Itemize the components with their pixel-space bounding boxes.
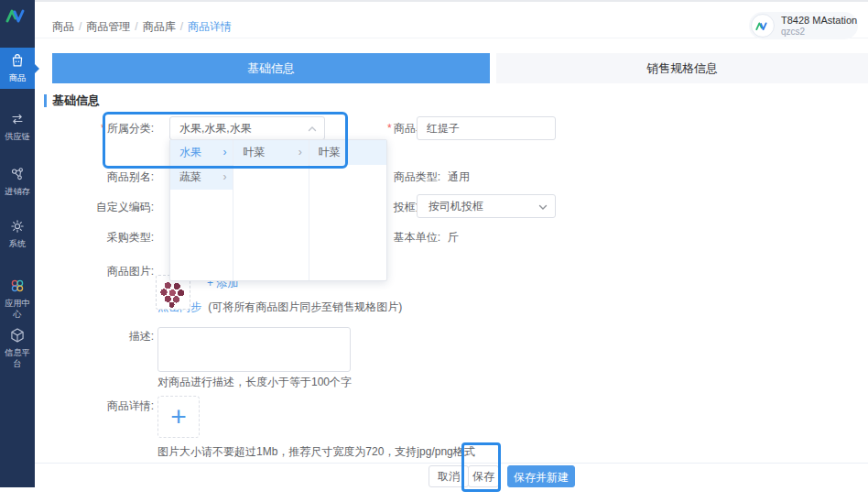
window-top-edge [0,0,868,2]
chevron-up-icon [308,125,317,134]
nodes-icon [8,165,27,183]
section-accent-bar [44,94,47,107]
tab-sales-spec-info[interactable]: 销售规格信息 [496,53,868,83]
required-mark: * [387,122,392,135]
breadcrumb-separator: / [180,20,183,33]
breadcrumb-item[interactable]: 商品 [52,20,74,33]
breadcrumb-current: 商品详情 [188,20,232,33]
box-method-value: 按司机投框 [418,195,555,217]
alias-label: 商品别名: [53,170,154,183]
category-cascader-dropdown: 水果› 蔬菜› 叶菜› 叶菜 [169,139,387,281]
sidebar-item-system[interactable]: 系统 [0,213,35,249]
box-method-select[interactable]: 按司机投框 [417,194,556,218]
product-type-value: 通用 [448,170,470,183]
app-grid-icon [8,277,27,295]
cancel-button[interactable]: 取消 [429,465,469,487]
tab-basic-info[interactable]: 基础信息 [52,53,490,83]
user-menu[interactable]: T8428 MAstation qzcs2 [749,12,858,39]
base-unit-value: 斤 [448,231,459,244]
header-divider [35,38,868,38]
detail-label: 商品详情: [53,399,154,412]
description-hint: 对商品进行描述，长度小于等于100个字 [157,375,352,390]
sidebar-item-label: 供应链 [2,131,34,142]
cube-icon [8,326,27,344]
sidebar-item-label: 信息平台 [2,347,34,369]
swap-arrows-icon [8,110,27,128]
sidebar-item-app-center[interactable]: 应用中心 [0,273,35,321]
category-input[interactable] [170,118,324,140]
custom-code-label: 自定义编码: [53,201,154,213]
product-detail-page: 商品 供应链 进销存 系统 [0,0,868,502]
brand-logo-icon [755,21,770,31]
user-name: T8428 MAstation [781,15,857,27]
footer-divider [35,463,868,464]
chevron-right-icon: › [298,140,302,165]
name-input[interactable] [418,118,555,140]
sidebar-item-label: 商品 [2,72,34,83]
category-field[interactable] [169,116,325,140]
gear-icon [8,217,27,235]
sidebar-item-supply-chain[interactable]: 供应链 [0,106,35,142]
purchase-type-label: 采购类型: [53,231,154,244]
sync-hint: (可将所有商品图片同步至销售规格图片) [208,300,402,313]
bag-icon [8,51,27,70]
breadcrumb-item[interactable]: 商品库 [143,20,176,33]
save-button[interactable]: 保存 [468,465,499,487]
cascader-column-2: 叶菜› [233,140,309,280]
plus-icon: + [170,403,187,431]
avatar [751,14,775,38]
required-mark: * [101,122,105,135]
sync-row: 点击同步 (可将所有商品图片同步至销售规格图片) [157,300,402,315]
breadcrumb-separator: / [135,20,137,33]
cascader-option-leafy[interactable]: 叶菜› [233,140,308,165]
cascader-option-vegetable[interactable]: 蔬菜› [170,165,233,190]
cascader-option-leafy-leaf[interactable]: 叶菜 [309,140,386,165]
cascader-option-fruit[interactable]: 水果› [170,140,233,165]
user-id: qzcs2 [781,27,857,38]
detail-upload-button[interactable]: + [157,396,200,438]
description-label: 描述: [53,330,154,343]
section-title: 基础信息 [52,93,100,109]
sidebar-item-products[interactable]: 商品 [0,48,35,89]
breadcrumb-separator: / [79,20,81,33]
name-field[interactable] [417,116,556,140]
chevron-right-icon: › [222,140,226,165]
chevron-right-icon: › [222,165,226,190]
sidebar-item-label: 进销存 [2,186,34,197]
save-and-new-button[interactable]: 保存并新建 [507,465,575,487]
sidebar-item-inventory[interactable]: 进销存 [0,161,35,197]
sidebar: 商品 供应链 进销存 系统 [0,0,35,487]
chevron-down-icon [538,202,548,212]
breadcrumb-item[interactable]: 商品管理 [86,20,130,33]
sidebar-item-label: 系统 [2,238,34,249]
product-image-label: 商品图片: [53,265,154,278]
detail-hint: 图片大小请不要超过1Mb，推荐尺寸宽度为720，支持jpg/png格式 [157,444,475,460]
category-label: *所属分类: [53,122,154,135]
cascader-column-1: 水果› 蔬菜› [170,140,233,280]
cascader-column-3: 叶菜 [309,140,386,280]
breadcrumb: 商品/商品管理/商品库/商品详情 [52,19,232,35]
sidebar-item-info-platform[interactable]: 信息平台 [0,322,35,370]
brand-logo-icon [5,7,30,24]
description-textarea[interactable] [157,327,351,372]
sidebar-item-label: 应用中心 [2,298,34,320]
